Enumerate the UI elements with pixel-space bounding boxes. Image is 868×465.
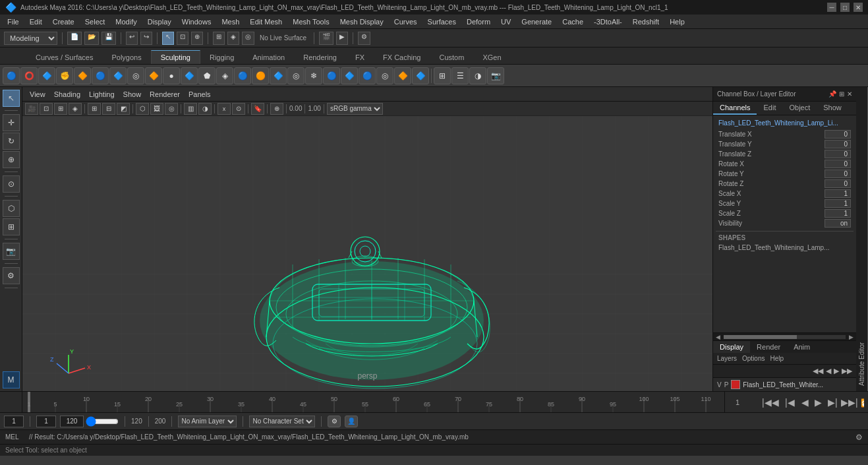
tab-fx-caching[interactable]: FX Caching bbox=[374, 50, 430, 64]
cb-scale-z-value[interactable]: 1 bbox=[825, 209, 851, 218]
move-tool[interactable]: ✛ bbox=[3, 114, 20, 131]
channel-box-scrollbar[interactable]: ◀ ▶ bbox=[713, 332, 856, 340]
ly-tab-display[interactable]: Display bbox=[713, 341, 750, 353]
menu-mesh[interactable]: Mesh bbox=[217, 16, 244, 27]
sculpt-tool-23[interactable]: 🔶 bbox=[394, 67, 411, 84]
layers-menu-layers[interactable]: Layers bbox=[717, 355, 737, 362]
layer-name[interactable]: Flash_LED_Teeth_Whiter... bbox=[743, 381, 852, 388]
range-start-input[interactable] bbox=[36, 416, 56, 427]
ly-icon-3[interactable]: ▶ bbox=[834, 367, 839, 375]
sculpt-tool-1[interactable]: 🔵 bbox=[3, 67, 20, 84]
rotate-tool[interactable]: ↻ bbox=[3, 133, 20, 150]
open-button[interactable]: 📂 bbox=[84, 32, 99, 45]
tab-xgen[interactable]: XGen bbox=[473, 50, 510, 64]
undo-button[interactable]: ↩ bbox=[126, 32, 138, 45]
script-mode-label[interactable]: MEL bbox=[5, 433, 25, 441]
tab-curves-surfaces[interactable]: Curves / Surfaces bbox=[26, 50, 102, 64]
menu-3dtoall[interactable]: -3DtoAll- bbox=[589, 16, 627, 27]
bb-settings-btn[interactable]: ⚙ bbox=[328, 416, 341, 427]
vp-texture-btn[interactable]: 🖼 bbox=[150, 103, 163, 115]
menu-create[interactable]: Create bbox=[48, 16, 79, 27]
char-set-selector[interactable]: No Character Set bbox=[249, 416, 315, 427]
snap-grid-button[interactable]: ⊞ bbox=[213, 32, 225, 45]
attribute-editor-side-tab[interactable]: Attribute Editor bbox=[856, 87, 868, 391]
lasso-select-button[interactable]: ⊡ bbox=[177, 32, 188, 45]
menu-curves[interactable]: Curves bbox=[390, 16, 422, 27]
vp-bookmark-btn[interactable]: 🔖 bbox=[251, 103, 264, 115]
sculpt-tool-15[interactable]: 🟠 bbox=[252, 67, 269, 84]
vp-hud-btn[interactable]: ⊟ bbox=[102, 103, 115, 115]
sculpt-tool-9[interactable]: 🔶 bbox=[145, 67, 162, 84]
vp-fit-btn[interactable]: ⊡ bbox=[40, 103, 53, 115]
sculpt-tool-10[interactable]: ● bbox=[163, 67, 180, 84]
menu-file[interactable]: File bbox=[3, 16, 24, 27]
tool-settings[interactable]: ⚙ bbox=[3, 267, 20, 284]
cb-rotate-x-value[interactable]: 0 bbox=[825, 160, 851, 168]
menu-modify[interactable]: Modify bbox=[111, 16, 141, 27]
menu-edit[interactable]: Edit bbox=[25, 16, 47, 27]
sculpt-display-4[interactable]: 📷 bbox=[487, 67, 504, 84]
viewport[interactable]: X Y Z persp bbox=[22, 116, 712, 391]
vp-isolate-btn[interactable]: ⊙ bbox=[232, 103, 245, 115]
scroll-left-btn[interactable]: ◀ bbox=[714, 334, 722, 340]
tab-rigging[interactable]: Rigging bbox=[200, 50, 243, 64]
shading-menu[interactable]: Shading bbox=[51, 90, 84, 98]
sculpt-tool-14[interactable]: 🔵 bbox=[234, 67, 251, 84]
sculpt-tool-13[interactable]: ◈ bbox=[216, 67, 233, 84]
ly-tab-anim[interactable]: Anim bbox=[787, 341, 817, 353]
cb-tab-edit[interactable]: Edit bbox=[757, 102, 782, 115]
renderer-menu[interactable]: Renderer bbox=[146, 90, 183, 98]
ly-icon-2[interactable]: ◀ bbox=[826, 367, 831, 375]
ly-icon-4[interactable]: ▶▶ bbox=[842, 367, 852, 375]
menu-select[interactable]: Select bbox=[80, 16, 110, 27]
menu-generate[interactable]: Generate bbox=[517, 16, 556, 27]
sculpt-tool-8[interactable]: ◎ bbox=[127, 67, 144, 84]
scroll-thumb[interactable] bbox=[724, 335, 797, 339]
colorspace-selector[interactable]: sRGB gamma bbox=[327, 103, 383, 115]
snap-to-surface[interactable]: ⬡ bbox=[3, 200, 20, 217]
sculpt-tool-7[interactable]: 🔷 bbox=[109, 67, 127, 84]
sculpt-tool-19[interactable]: 🔵 bbox=[323, 67, 340, 84]
vp-gate-btn[interactable]: ◩ bbox=[117, 103, 130, 115]
new-scene-button[interactable]: 📄 bbox=[67, 32, 82, 45]
menu-surfaces[interactable]: Surfaces bbox=[423, 16, 461, 27]
redo-button[interactable]: ↪ bbox=[140, 32, 152, 45]
range-end-input[interactable] bbox=[60, 416, 84, 427]
vp-ssao-btn[interactable]: ◑ bbox=[198, 103, 212, 115]
vp-shaded-btn[interactable]: ⬡ bbox=[136, 103, 149, 115]
snap-point-button[interactable]: ◎ bbox=[242, 32, 254, 45]
minimize-button[interactable]: ─ bbox=[827, 3, 836, 12]
cb-translate-y-value[interactable]: 0 bbox=[825, 140, 851, 148]
vp-frame-btn[interactable]: ⊞ bbox=[54, 103, 67, 115]
sculpt-tool-22[interactable]: ◎ bbox=[376, 67, 393, 84]
show-menu[interactable]: Show bbox=[120, 90, 145, 98]
ly-tab-render[interactable]: Render bbox=[750, 341, 787, 353]
soft-select-tool[interactable]: ⊙ bbox=[3, 175, 20, 193]
sculpt-tool-12[interactable]: ⬟ bbox=[198, 67, 216, 84]
vp-shadows-btn[interactable]: ▥ bbox=[184, 103, 197, 115]
ipr-button[interactable]: ▶ bbox=[336, 32, 348, 45]
status-settings-icon[interactable]: ⚙ bbox=[855, 433, 863, 442]
tab-rendering[interactable]: Rendering bbox=[294, 50, 346, 64]
timeline-ruler[interactable]: 1 5 10 15 20 25 30 35 40 45 50 bbox=[22, 392, 724, 412]
cb-tab-channels[interactable]: Channels bbox=[713, 102, 757, 115]
cb-pin-icon[interactable]: 📌 bbox=[828, 90, 836, 98]
vp-grid-btn[interactable]: ⊞ bbox=[88, 103, 101, 115]
snap-curve-button[interactable]: ◈ bbox=[227, 32, 239, 45]
select-tool-button[interactable]: ↖ bbox=[162, 32, 174, 45]
sculpt-tool-17[interactable]: ◎ bbox=[287, 67, 304, 84]
bb-anim-btn[interactable]: 👤 bbox=[345, 416, 358, 427]
cb-visibility-value[interactable]: on bbox=[825, 219, 851, 228]
cb-scale-x-value[interactable]: 1 bbox=[825, 189, 851, 198]
current-frame-input[interactable] bbox=[4, 416, 24, 427]
sculpt-tool-21[interactable]: 🔵 bbox=[359, 67, 376, 84]
sculpt-tool-6[interactable]: 🔵 bbox=[92, 67, 109, 84]
menu-windows[interactable]: Windows bbox=[177, 16, 216, 27]
sculpt-tool-11[interactable]: 🔷 bbox=[181, 67, 198, 84]
layer-v-toggle[interactable]: V bbox=[717, 381, 722, 388]
sculpt-tool-3[interactable]: 🔷 bbox=[38, 67, 55, 84]
select-tool-lt[interactable]: ↖ bbox=[3, 90, 20, 107]
tab-sculpting[interactable]: Sculpting bbox=[151, 50, 200, 64]
camera-settings[interactable]: 📷 bbox=[3, 243, 20, 260]
ly-icon-1[interactable]: ◀◀ bbox=[813, 367, 823, 375]
